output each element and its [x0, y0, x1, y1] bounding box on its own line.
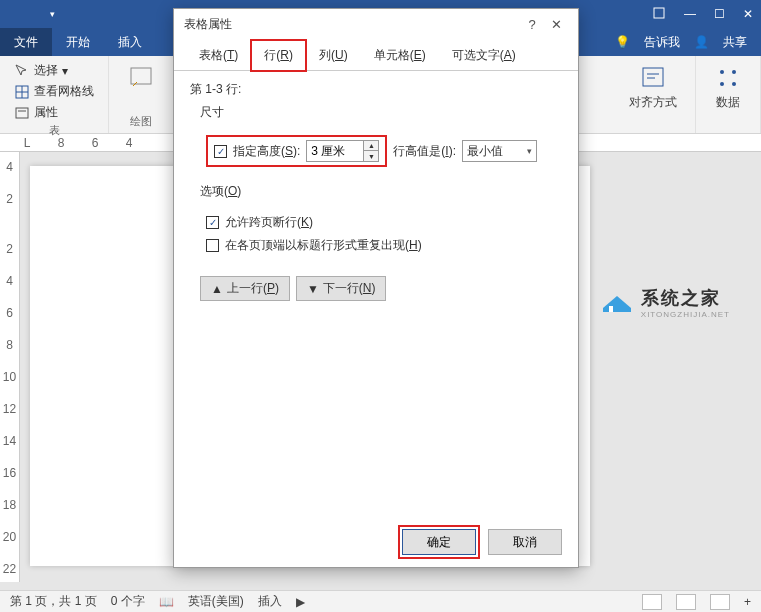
view-web-button[interactable] [710, 594, 730, 610]
prev-row-button[interactable]: ▲上一行(P) [200, 276, 290, 301]
tell-me-label[interactable]: 告诉我 [644, 34, 680, 51]
height-spinbox[interactable]: ▲▼ [306, 140, 379, 162]
data-button[interactable]: 数据 [706, 60, 750, 115]
svg-rect-6 [16, 108, 28, 118]
repeat-header-checkbox[interactable] [206, 239, 219, 252]
allow-break-label: 允许跨页断行(K) [225, 214, 313, 231]
svg-rect-8 [131, 68, 151, 84]
repeat-header-label: 在各页顶端以标题行形式重复出现(H) [225, 237, 422, 254]
quick-access-toolbar: ▾ [8, 7, 55, 21]
svg-point-15 [732, 82, 736, 86]
status-insert-mode[interactable]: 插入 [258, 593, 282, 610]
ribbon-group-table: 选择 ▾ 查看网格线 属性 表 [0, 56, 109, 133]
tab-row[interactable]: 行(R) [251, 40, 306, 71]
view-print-button[interactable] [676, 594, 696, 610]
align-button[interactable]: 对齐方式 [621, 60, 685, 115]
status-proofing-icon[interactable]: 📖 [159, 595, 174, 609]
dialog-titlebar: 表格属性 ? ✕ [174, 9, 578, 39]
next-row-button[interactable]: ▼下一行(N) [296, 276, 387, 301]
height-is-label: 行高值是(I): [393, 143, 456, 160]
minimize-button[interactable]: — [684, 7, 696, 21]
dialog-footer: 确定 取消 [174, 517, 578, 567]
chevron-down-icon: ▾ [527, 146, 532, 156]
qat-customize-icon[interactable]: ▾ [50, 9, 55, 19]
specify-height-checkbox[interactable]: ✓ [214, 145, 227, 158]
ok-button[interactable]: 确定 [402, 529, 476, 555]
svg-point-12 [720, 70, 724, 74]
view-read-button[interactable] [642, 594, 662, 610]
height-is-select[interactable]: 最小值▾ [462, 140, 537, 162]
svg-rect-16 [609, 306, 613, 312]
tell-me-icon[interactable]: 💡 [615, 35, 630, 49]
window-controls: — ☐ ✕ [652, 6, 753, 23]
ribbon-group-label: 绘图 [119, 114, 163, 129]
dialog-title: 表格属性 [184, 16, 232, 33]
dialog-help-button[interactable]: ? [520, 17, 544, 32]
ribbon-group-draw: 绘图 [109, 56, 174, 133]
allow-break-checkbox[interactable]: ✓ [206, 216, 219, 229]
dialog-close-button[interactable]: ✕ [544, 17, 568, 32]
ribbon-group-data: 数据 . [696, 56, 761, 133]
dialog-body: 第 1-3 行: 尺寸 ✓ 指定高度(S): ▲▼ 行高值是(I): 最小值▾ … [174, 71, 578, 517]
table-properties-dialog: 表格属性 ? ✕ 表格(T) 行(R) 列(U) 单元格(E) 可选文字(A) … [173, 8, 579, 568]
view-gridlines-button[interactable]: 查看网格线 [10, 81, 98, 102]
properties-button[interactable]: 属性 [10, 102, 98, 123]
maximize-button[interactable]: ☐ [714, 7, 725, 21]
triangle-down-icon: ▼ [307, 282, 319, 296]
cancel-button[interactable]: 取消 [488, 529, 562, 555]
tab-table[interactable]: 表格(T) [186, 40, 251, 71]
select-button[interactable]: 选择 ▾ [10, 60, 98, 81]
tab-cell[interactable]: 单元格(E) [361, 40, 439, 71]
tab-alt-text[interactable]: 可选文字(A) [439, 40, 529, 71]
tab-insert[interactable]: 插入 [104, 28, 156, 56]
height-input[interactable] [307, 141, 363, 161]
spin-up-icon[interactable]: ▲ [364, 141, 378, 151]
options-group-label: 选项(O) [200, 183, 562, 200]
status-page[interactable]: 第 1 页，共 1 页 [10, 593, 97, 610]
draw-button[interactable] [119, 60, 163, 96]
size-group-label: 尺寸 [200, 104, 562, 121]
ribbon-options-icon[interactable] [652, 6, 666, 23]
zoom-in-button[interactable]: + [744, 595, 751, 609]
watermark-logo: 系统之家XITONGZHIJIA.NET [599, 286, 730, 319]
dialog-tabs: 表格(T) 行(R) 列(U) 单元格(E) 可选文字(A) [174, 39, 578, 71]
triangle-up-icon: ▲ [211, 282, 223, 296]
status-bar: 第 1 页，共 1 页 0 个字 📖 英语(美国) 插入 ▶ + [0, 590, 761, 612]
rows-range-label: 第 1-3 行: [190, 81, 562, 98]
tab-column[interactable]: 列(U) [306, 40, 361, 71]
svg-rect-9 [643, 68, 663, 86]
svg-rect-2 [654, 8, 664, 18]
svg-point-14 [720, 82, 724, 86]
spin-down-icon[interactable]: ▼ [364, 151, 378, 161]
status-language[interactable]: 英语(美国) [188, 593, 244, 610]
status-words[interactable]: 0 个字 [111, 593, 145, 610]
tab-file[interactable]: 文件 [0, 28, 52, 56]
svg-point-13 [732, 70, 736, 74]
ribbon-group-align: 对齐方式 . [611, 56, 696, 133]
close-window-button[interactable]: ✕ [743, 7, 753, 21]
ruler-vertical: 4224681012141618202224 [0, 152, 20, 582]
status-macro-icon[interactable]: ▶ [296, 595, 305, 609]
share-label[interactable]: 共享 [723, 34, 747, 51]
share-icon[interactable]: 👤 [694, 35, 709, 49]
tab-home[interactable]: 开始 [52, 28, 104, 56]
specify-height-label: 指定高度(S): [233, 143, 300, 160]
